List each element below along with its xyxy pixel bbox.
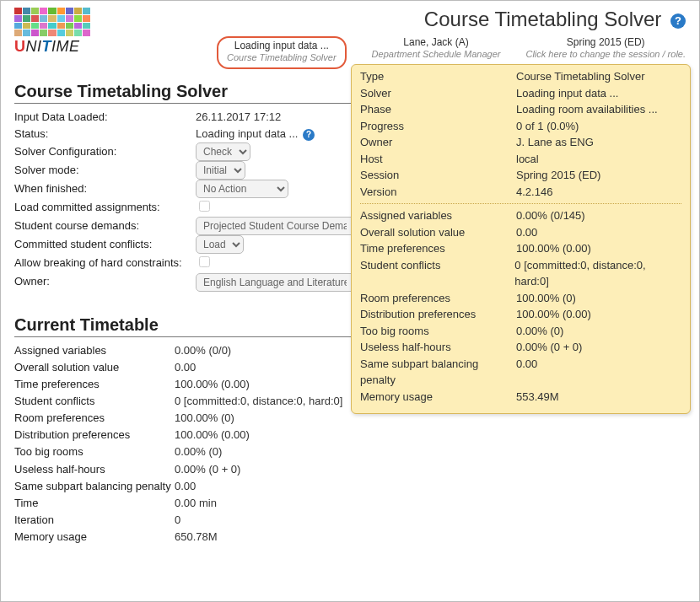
logo-icon [14,8,90,36]
ct-timepref-v: 100.00% (0.00) [175,376,250,393]
tt-overall-k: Overall solution value [360,224,516,241]
ct-time-k: Time [14,495,175,512]
demands-select[interactable]: Projected Student Course Demands [196,217,364,235]
tt-avars-v: 0.00% (0/145) [516,207,585,224]
when-finished-label: When finished: [14,180,196,197]
ct-mem-v: 650.78M [175,529,218,546]
ct-toobig-k: Too big rooms [14,443,175,460]
header-session[interactable]: Spring 2015 (ED) Click here to change th… [525,36,686,61]
allow-break-label: Allow breaking of hard constraints: [14,255,196,271]
tt-avars-k: Assigned variables [360,207,516,224]
ct-overall-k: Overall solution value [14,359,175,376]
tt-solver-v: Loading input data ... [516,85,618,102]
header-status: Loading input data ... Course Timetablin… [217,36,347,69]
demands-label: Student course demands: [14,218,196,234]
page-title: Course Timetabling Solver ? [424,8,686,31]
input-loaded-value: 26.11.2017 17:12 [196,109,281,126]
tt-mem-v: 553.49M [516,389,559,406]
help-icon[interactable]: ? [670,13,686,29]
ct-assigned-v: 0.00% (0/0) [175,342,231,359]
ct-time-v: 0.00 min [175,495,217,512]
header-user[interactable]: Lane, Jack (A) Department Schedule Manag… [372,36,501,61]
committed-conflicts-select[interactable]: Load [196,235,244,254]
tt-useless-v: 0.00% (0 + 0) [516,339,582,356]
tt-version-k: Version [360,184,516,201]
when-finished-select[interactable]: No Action [196,180,288,198]
solver-config-label: Solver Configuration: [14,143,196,160]
tt-solver-k: Solver [360,85,516,102]
tt-overall-v: 0.00 [516,224,537,241]
tt-version-v: 4.2.146 [516,184,552,201]
ct-overall-v: 0.00 [175,359,196,376]
ct-assigned-k: Assigned variables [14,342,175,359]
logo-text: UNITIME [14,38,80,56]
status-tooltip: TypeCourse Timetabling Solver SolverLoad… [351,64,691,414]
status-label: Status: [14,126,196,142]
tt-host-k: Host [360,151,516,168]
ct-roompref-v: 100.00% (0) [175,410,234,427]
tt-dpref-v: 100.00% (0.00) [516,306,591,323]
tt-useless-k: Useless half-hours [360,339,516,356]
tt-session-v: Spring 2015 (ED) [516,167,600,184]
solver-mode-select[interactable]: Initial [196,161,245,180]
ct-studconf-v: 0 [committed:0, distance:0, hard:0] [175,393,342,410]
committed-conflicts-label: Committed student conflicts: [14,236,196,253]
tt-host-v: local [516,151,539,168]
ct-studconf-k: Student conflicts [14,393,175,410]
ct-roompref-k: Room preferences [14,410,175,427]
logo: UNITIME [14,8,99,56]
tt-mem-k: Memory usage [360,389,516,406]
tt-tpref-k: Time preferences [360,240,516,257]
tt-phase-k: Phase [360,101,516,118]
ct-balance-v: 0.00 [175,478,196,495]
tt-sconf-v: 0 [committed:0, distance:0, hard:0] [514,257,681,290]
allow-break-checkbox[interactable] [199,256,210,267]
load-committed-checkbox[interactable] [199,201,210,212]
status-value: Loading input data ... [196,127,298,140]
ct-distpref-k: Distribution preferences [14,427,175,443]
tt-session-k: Session [360,167,516,184]
ct-useless-k: Useless half-hours [14,461,175,478]
tt-balance-v: 0.00 [516,356,537,389]
ct-balance-k: Same subpart balancing penalty [14,478,175,495]
tt-progress-k: Progress [360,118,516,135]
ct-timepref-k: Time preferences [14,376,175,393]
tt-rpref-v: 100.00% (0) [516,290,576,307]
tt-rpref-k: Room preferences [360,290,516,307]
ct-useless-v: 0.00% (0 + 0) [175,461,240,478]
solver-mode-label: Solver mode: [14,162,196,179]
tt-owner-k: Owner [360,134,516,151]
owner-label: Owner: [14,273,196,290]
tt-progress-v: 0 of 1 (0.0%) [516,118,579,135]
ct-iter-k: Iteration [14,512,175,529]
tt-toobig-v: 0.00% (0) [516,323,563,340]
tt-dpref-k: Distribution preferences [360,306,516,323]
tt-toobig-k: Too big rooms [360,323,516,340]
tt-type-k: Type [360,68,516,85]
owner-select[interactable]: English Language and Literature [196,273,364,292]
tt-type-v: Course Timetabling Solver [516,68,644,85]
tt-tpref-v: 100.00% (0.00) [516,240,591,257]
solver-config-select[interactable]: Check [196,142,250,161]
tt-owner-v: J. Lane as ENG [516,134,594,151]
load-committed-label: Load committed assignments: [14,199,196,216]
tt-balance-k: Same subpart balancing penalty [360,356,516,389]
status-help-icon[interactable]: ? [303,129,315,141]
ct-mem-k: Memory usage [14,529,175,546]
ct-distpref-v: 100.00% (0.00) [175,427,250,443]
ct-iter-v: 0 [175,512,180,529]
ct-toobig-v: 0.00% (0) [175,443,222,460]
tt-sconf-k: Student conflicts [360,257,514,290]
tt-phase-v: Loading room availabilities ... [516,101,658,118]
input-loaded-label: Input Data Loaded: [14,109,196,126]
